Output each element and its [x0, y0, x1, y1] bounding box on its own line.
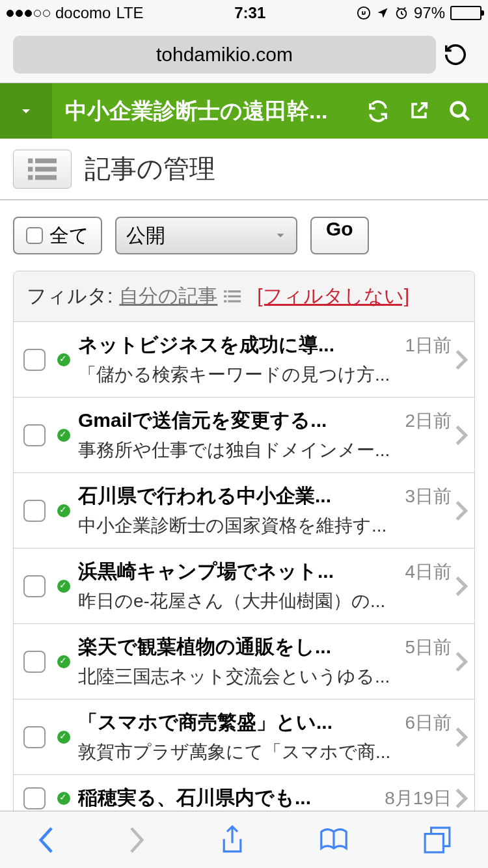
item-excerpt: 敦賀市プラザ萬象にて「スマホで商...: [78, 740, 452, 765]
item-date: 3日前: [405, 484, 452, 509]
location-icon: [376, 7, 389, 20]
item-checkbox[interactable]: [23, 726, 46, 748]
svg-rect-14: [228, 300, 241, 302]
svg-rect-6: [35, 167, 57, 171]
item-date: 1日前: [405, 333, 452, 358]
app-header: 中小企業診断士の遠田幹...: [0, 83, 488, 139]
item-date: 8月19日: [385, 786, 452, 811]
filter-current-link[interactable]: 自分の記事: [119, 283, 217, 310]
status-published-icon: [57, 731, 70, 744]
refresh-icon[interactable]: [366, 100, 390, 123]
menu-dropdown-button[interactable]: [0, 83, 52, 139]
svg-rect-15: [425, 834, 443, 852]
item-checkbox[interactable]: [23, 424, 46, 446]
item-checkbox[interactable]: [23, 787, 46, 809]
article-item[interactable]: ネットビジネスを成功に導...1日前「儲かる検索キーワードの見つけ方...: [14, 322, 474, 398]
item-title: 稲穂実る、石川県内でも...: [78, 785, 375, 811]
item-title: 楽天で観葉植物の通販をし...: [78, 634, 395, 660]
item-title: 「スマホで商売繁盛」とい...: [78, 709, 395, 736]
item-excerpt: 事務所や仕事では独自ドメインメー...: [78, 438, 452, 463]
status-right: 97%: [357, 4, 481, 22]
page-title: 記事の管理: [85, 151, 215, 187]
select-all-checkbox[interactable]: [26, 227, 43, 244]
network-label: LTE: [116, 4, 143, 22]
chevron-right-icon: [455, 787, 468, 809]
carrier-label: docomo: [55, 4, 111, 22]
select-all-button[interactable]: 全て: [13, 217, 102, 254]
chevron-right-icon: [455, 424, 468, 446]
signal-icon: [7, 10, 50, 17]
list-view-button[interactable]: [13, 150, 72, 189]
chevron-right-icon: [455, 726, 468, 748]
item-body: ネットビジネスを成功に導...1日前「儲かる検索キーワードの見つけ方...: [78, 332, 452, 387]
status-published-icon: [57, 429, 70, 442]
search-icon[interactable]: [448, 100, 472, 123]
orientation-lock-icon: [357, 6, 371, 20]
filter-row: フィルタ: 自分の記事 [フィルタしない]: [14, 271, 474, 322]
svg-rect-8: [35, 175, 57, 180]
article-item[interactable]: 石川県で行われる中小企業...3日前中小企業診断士の国家資格を維持す...: [14, 473, 474, 549]
status-select[interactable]: 公開: [115, 217, 297, 254]
status-bar: docomo LTE 7:31 97%: [0, 0, 488, 26]
article-item[interactable]: 「スマホで商売繁盛」とい...6日前敦賀市プラザ萬象にて「スマホで商...: [14, 699, 474, 775]
bookmarks-button[interactable]: [318, 827, 349, 853]
item-excerpt: 中小企業診断士の国家資格を維持す...: [78, 513, 452, 538]
item-excerpt: 昨日のe-花屋さん（大井仙樹園）の...: [78, 589, 452, 614]
svg-point-0: [358, 7, 370, 19]
item-body: 楽天で観葉植物の通販をし...5日前北陸三国志ネット交流会というゆる...: [78, 634, 452, 689]
item-body: 「スマホで商売繁盛」とい...6日前敦賀市プラザ萬象にて「スマホで商...: [78, 709, 452, 765]
share-button[interactable]: [219, 824, 245, 856]
article-item[interactable]: 浜黒崎キャンプ場でネット...4日前昨日のe-花屋さん（大井仙樹園）の...: [14, 549, 474, 624]
item-date: 4日前: [405, 560, 452, 584]
status-published-icon: [57, 655, 70, 668]
status-published-icon: [57, 504, 70, 517]
item-excerpt: 北陸三国志ネット交流会というゆる...: [78, 664, 452, 689]
item-title: Gmailで送信元を変更する...: [78, 407, 395, 434]
svg-rect-4: [35, 158, 57, 163]
status-published-icon: [57, 580, 70, 593]
controls-row: 全て 公開 Go: [0, 200, 488, 271]
svg-rect-12: [228, 295, 241, 297]
article-item[interactable]: 楽天で観葉植物の通販をし...5日前北陸三国志ネット交流会というゆる...: [14, 624, 474, 699]
forward-button[interactable]: [128, 826, 146, 854]
back-button[interactable]: [36, 826, 55, 854]
svg-rect-9: [224, 290, 226, 292]
tabs-button[interactable]: [423, 826, 452, 854]
address-bar: tohdamikio.com: [0, 26, 488, 83]
item-title: 浜黒崎キャンプ場でネット...: [78, 558, 395, 585]
item-checkbox[interactable]: [23, 575, 46, 597]
item-checkbox[interactable]: [23, 500, 46, 522]
status-select-value: 公開: [126, 223, 165, 249]
select-all-label: 全て: [49, 223, 89, 249]
item-checkbox[interactable]: [23, 349, 46, 371]
svg-rect-13: [224, 300, 226, 302]
browser-toolbar: [0, 811, 488, 868]
filter-list-icon: [224, 290, 241, 303]
chevron-down-icon: [271, 226, 290, 245]
item-body: 石川県で行われる中小企業...3日前中小企業診断士の国家資格を維持す...: [78, 483, 452, 538]
go-button[interactable]: Go: [310, 217, 369, 254]
page-title-row: 記事の管理: [0, 139, 488, 200]
item-checkbox[interactable]: [23, 651, 46, 673]
svg-rect-5: [28, 167, 33, 171]
item-date: 5日前: [405, 635, 452, 660]
item-title: ネットビジネスを成功に導...: [78, 332, 395, 359]
item-date: 6日前: [405, 711, 452, 735]
item-body: Gmailで送信元を変更する...2日前事務所や仕事では独自ドメインメー...: [78, 407, 452, 463]
battery-icon: [450, 6, 481, 20]
external-link-icon[interactable]: [408, 100, 430, 123]
reload-button[interactable]: [436, 42, 475, 67]
svg-point-2: [452, 102, 465, 116]
clock: 7:31: [144, 4, 357, 22]
url-field[interactable]: tohdamikio.com: [13, 36, 436, 74]
item-body: 浜黒崎キャンプ場でネット...4日前昨日のe-花屋さん（大井仙樹園）の...: [78, 558, 452, 614]
filter-clear-link[interactable]: [フィルタしない]: [257, 283, 409, 310]
site-title: 中小企業診断士の遠田幹...: [52, 96, 366, 126]
chevron-right-icon: [455, 575, 468, 597]
svg-rect-7: [28, 175, 33, 180]
article-item[interactable]: Gmailで送信元を変更する...2日前事務所や仕事では独自ドメインメー...: [14, 398, 474, 473]
status-published-icon: [57, 792, 70, 805]
alarm-icon: [394, 6, 409, 20]
item-date: 2日前: [405, 409, 452, 433]
chevron-right-icon: [455, 349, 468, 371]
